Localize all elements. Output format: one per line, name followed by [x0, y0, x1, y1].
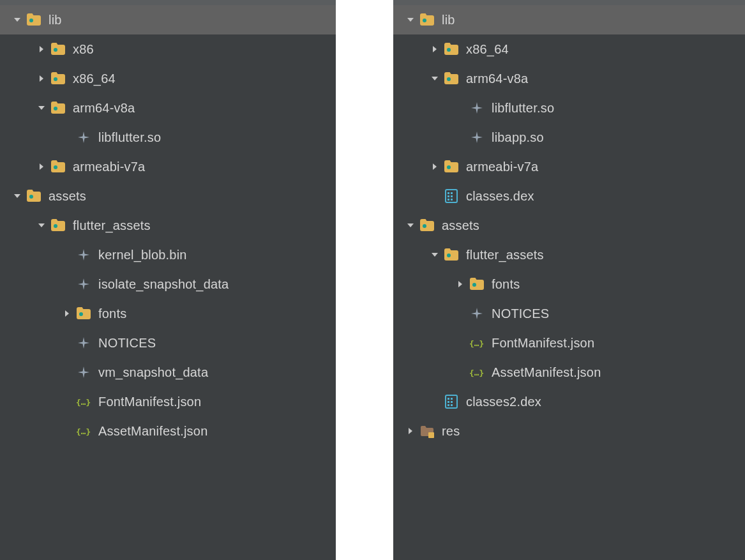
tree-row[interactable]: fonts	[393, 269, 745, 299]
tree-row[interactable]: FontManifest.json	[0, 387, 336, 416]
tree-row[interactable]: flutter_assets	[0, 211, 336, 240]
folder-icon	[419, 217, 435, 234]
chevron-down-icon[interactable]	[10, 189, 24, 203]
tree-item-label: NOTICES	[98, 336, 156, 351]
tree-item-label: lib	[49, 13, 62, 27]
file-tree-panel-right: libx86_64arm64-v8alibflutter.solibapp.so…	[393, 0, 745, 560]
binary-file-icon	[75, 364, 92, 381]
tree-row[interactable]: AssetManifest.json	[393, 358, 745, 387]
tree-item-label: AssetManifest.json	[98, 424, 207, 439]
tree-row[interactable]: libflutter.so	[393, 93, 745, 123]
chevron-down-icon[interactable]	[428, 248, 442, 262]
tree-item-label: kernel_blob.bin	[98, 248, 187, 262]
tree-row[interactable]: res	[393, 416, 745, 446]
binary-file-icon	[469, 305, 485, 322]
tree-item-label: assets	[442, 218, 479, 233]
tree-row[interactable]: kernel_blob.bin	[0, 240, 336, 269]
chevron-down-icon[interactable]	[403, 13, 418, 27]
folder-icon	[50, 158, 66, 175]
tree-item-label: assets	[49, 189, 86, 204]
tree-row[interactable]: libapp.so	[393, 123, 745, 152]
tree-row[interactable]: armeabi-v7a	[0, 152, 336, 181]
chevron-right-icon[interactable]	[34, 42, 49, 56]
tree-item-label: arm64-v8a	[73, 101, 135, 116]
json-file-icon	[75, 393, 92, 410]
tree-item-label: armeabi-v7a	[466, 160, 538, 174]
tree-row[interactable]: vm_snapshot_data	[0, 358, 336, 387]
tree-item-label: vm_snapshot_data	[98, 365, 208, 380]
json-file-icon	[75, 423, 92, 439]
dex-file-icon	[443, 393, 460, 410]
tree-row[interactable]: AssetManifest.json	[0, 416, 336, 446]
tree-row[interactable]: lib	[0, 5, 336, 34]
dex-file-icon	[443, 188, 460, 204]
chevron-down-icon[interactable]	[403, 218, 418, 232]
binary-file-icon	[75, 276, 92, 292]
folder-icon	[50, 100, 66, 116]
folder-icon	[50, 70, 66, 87]
tree-item-label: res	[442, 424, 460, 439]
resource-folder-icon	[419, 423, 435, 439]
tree-row[interactable]: x86	[0, 34, 336, 64]
tree-item-label: classes2.dex	[466, 395, 541, 409]
tree-row[interactable]: classes.dex	[393, 181, 745, 211]
tree-item-label: fonts	[492, 277, 520, 292]
folder-icon	[443, 41, 460, 57]
tree-item-label: classes.dex	[466, 189, 534, 204]
tree-row[interactable]: flutter_assets	[393, 240, 745, 269]
tree-item-label: x86_64	[73, 72, 116, 86]
tree-item-label: NOTICES	[492, 306, 549, 321]
tree-item-label: armeabi-v7a	[73, 160, 145, 174]
folder-icon	[443, 158, 460, 175]
binary-file-icon	[75, 246, 92, 263]
tree-item-label: x86	[73, 42, 94, 57]
file-tree-panel-left: libx86x86_64arm64-v8alibflutter.soarmeab…	[0, 0, 336, 560]
chevron-right-icon[interactable]	[428, 42, 442, 56]
tree-row[interactable]: assets	[0, 181, 336, 211]
tree-row[interactable]: libflutter.so	[0, 123, 336, 152]
tree-row[interactable]: lib	[393, 5, 745, 34]
tree-row[interactable]: assets	[393, 211, 745, 240]
chevron-down-icon[interactable]	[10, 13, 24, 27]
tree-row[interactable]: armeabi-v7a	[393, 152, 745, 181]
json-file-icon	[469, 335, 485, 351]
chevron-right-icon[interactable]	[403, 424, 418, 438]
binary-file-icon	[469, 129, 485, 146]
folder-icon	[26, 188, 42, 204]
chevron-down-icon[interactable]	[34, 101, 49, 115]
tree-item-label: arm64-v8a	[466, 72, 528, 86]
tree-row[interactable]: x86_64	[0, 64, 336, 93]
chevron-right-icon[interactable]	[428, 160, 442, 174]
tree-row[interactable]: NOTICES	[0, 328, 336, 358]
binary-file-icon	[75, 335, 92, 351]
folder-icon	[419, 11, 435, 28]
tree-item-label: AssetManifest.json	[492, 365, 601, 380]
tree-item-label: FontManifest.json	[98, 395, 201, 409]
binary-file-icon	[75, 129, 92, 146]
chevron-down-icon[interactable]	[428, 72, 442, 86]
folder-icon	[75, 305, 92, 322]
chevron-right-icon[interactable]	[34, 160, 49, 174]
tree-row[interactable]: FontManifest.json	[393, 328, 745, 358]
chevron-down-icon[interactable]	[34, 218, 49, 232]
tree-row[interactable]: isolate_snapshot_data	[0, 269, 336, 299]
json-file-icon	[469, 364, 485, 381]
folder-icon	[50, 41, 66, 57]
tree-item-label: flutter_assets	[466, 248, 544, 262]
tree-item-label: fonts	[98, 306, 126, 321]
tree-row[interactable]: arm64-v8a	[0, 93, 336, 123]
folder-icon	[469, 276, 485, 292]
chevron-right-icon[interactable]	[60, 306, 74, 321]
tree-row[interactable]: x86_64	[393, 34, 745, 64]
chevron-right-icon[interactable]	[34, 72, 49, 86]
chevron-right-icon[interactable]	[453, 277, 467, 291]
folder-icon	[443, 246, 460, 263]
tree-row[interactable]: classes2.dex	[393, 387, 745, 416]
tree-item-label: libapp.so	[492, 130, 544, 145]
tree-item-label: libflutter.so	[492, 101, 554, 116]
folder-icon	[50, 217, 66, 234]
tree-row[interactable]: NOTICES	[393, 299, 745, 328]
tree-item-label: libflutter.so	[98, 130, 161, 145]
tree-row[interactable]: fonts	[0, 299, 336, 328]
tree-row[interactable]: arm64-v8a	[393, 64, 745, 93]
